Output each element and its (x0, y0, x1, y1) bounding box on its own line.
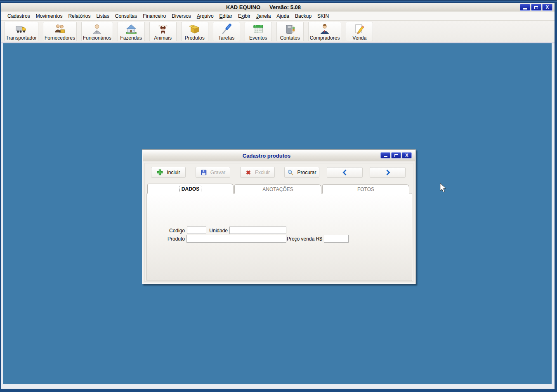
preco-venda-input[interactable] (324, 235, 349, 243)
toolbar-button-venda[interactable]: Venda (346, 22, 373, 41)
dialog-maximize-button[interactable] (391, 152, 401, 158)
farm-house-icon (125, 23, 137, 35)
toolbar-label: Eventos (249, 35, 267, 41)
minimize-icon (523, 8, 527, 9)
procurar-button[interactable]: Procurar (284, 167, 319, 178)
toolbar-label: Fornecedores (45, 35, 75, 41)
close-icon: X (405, 153, 408, 158)
produto-input[interactable] (186, 235, 286, 243)
toolbar-label: Animais (154, 35, 172, 41)
gravar-button[interactable]: Gravar (196, 167, 230, 178)
preco-venda-label: Preço venda R$ (282, 235, 322, 243)
product-box-icon (189, 23, 201, 35)
previous-record-button[interactable] (327, 167, 363, 178)
chevron-right-icon (385, 169, 391, 176)
incluir-button[interactable]: Incluir (151, 167, 186, 178)
excluir-label: Excluir (255, 170, 270, 175)
chevron-left-icon (342, 169, 348, 176)
dialog-close-button[interactable]: X (402, 152, 412, 158)
toolbar-label: Contatos (280, 35, 300, 41)
menu-janela[interactable]: Janela (253, 12, 274, 20)
dialog-title: Cadastro produtos (243, 153, 290, 159)
menu-movimentos[interactable]: Movimentos (33, 12, 66, 20)
close-button[interactable]: X (542, 4, 552, 11)
menubar: Cadastros Movimentos Relatórios Listas C… (1, 12, 555, 21)
toolbar-button-compradores[interactable]: Compradores (308, 22, 342, 41)
toolbar-button-tarefas[interactable]: Tarefas (213, 22, 240, 41)
tab-fotos[interactable]: FOTOS (322, 184, 409, 194)
menu-skin[interactable]: SKIN (314, 12, 332, 20)
codigo-input[interactable] (187, 227, 206, 234)
menu-diversos[interactable]: Diversos (169, 12, 194, 20)
tab-anotacoes-label: ANOTAÇÕES (262, 187, 293, 192)
minimize-button[interactable] (520, 4, 530, 11)
delete-x-icon (245, 169, 252, 176)
toolbar-label: Transportador (6, 35, 37, 41)
toolbar-label: Fazendas (120, 35, 142, 41)
app-titlebar: KAD EQUINO Versão: 5.08 X (1, 3, 555, 12)
toolbar-label: Tarefas (218, 35, 234, 41)
toolbar: Transportador Fornecedores (1, 21, 555, 43)
maximize-button[interactable] (531, 4, 541, 11)
toolbar-button-transportador[interactable]: Transportador (4, 22, 38, 41)
menu-backup[interactable]: Backup (292, 12, 314, 20)
menu-financeiro[interactable]: Financeiro (140, 12, 169, 20)
dialog-minimize-button[interactable] (380, 152, 390, 158)
minimize-icon (384, 156, 387, 157)
calendar-icon (252, 23, 264, 35)
tab-dados[interactable]: DADOS (147, 184, 234, 194)
unidade-label: Unidade (204, 227, 228, 234)
address-book-icon (284, 23, 296, 35)
excluir-button[interactable]: Excluir (240, 167, 275, 178)
produto-label: Produto (151, 235, 185, 243)
toolbar-button-fazendas[interactable]: Fazendas (118, 22, 145, 41)
app-title-group: KAD EQUINO Versão: 5.08 (226, 4, 301, 10)
incluir-label: Incluir (167, 170, 180, 175)
toolbar-label: Produtos (185, 35, 205, 41)
gravar-label: Gravar (210, 170, 226, 175)
employee-person-icon (91, 23, 103, 35)
codigo-label: Codigo (151, 227, 185, 234)
maximize-icon (394, 154, 398, 157)
menu-consultas[interactable]: Consultas (112, 12, 140, 20)
toolbar-button-contatos[interactable]: Contatos (276, 22, 304, 41)
menu-arquivo[interactable]: Arquivo (194, 12, 217, 20)
next-record-button[interactable] (370, 167, 406, 178)
cow-icon (157, 23, 169, 35)
tab-anotacoes[interactable]: ANOTAÇÕES (234, 184, 321, 194)
menu-listas[interactable]: Listas (93, 12, 112, 20)
toolbar-button-animais[interactable]: Animais (149, 22, 177, 41)
procurar-label: Procurar (297, 170, 316, 175)
dialog-window-controls: X (380, 152, 412, 158)
toolbar-label: Funcionários (83, 35, 111, 41)
dialog-cadastro-produtos: Cadastro produtos X Incluir Gravar Exclu… (142, 149, 416, 284)
menu-editar[interactable]: Editar (217, 12, 235, 20)
menu-ajuda[interactable]: Ajuda (274, 12, 292, 20)
tab-fotos-label: FOTOS (357, 187, 374, 192)
toolbar-button-produtos[interactable]: Produtos (181, 22, 208, 41)
app-title: KAD EQUINO (226, 4, 260, 10)
save-floppy-icon (201, 169, 207, 176)
suppliers-people-icon (54, 23, 66, 35)
maximize-icon (534, 6, 538, 9)
buyer-person-icon (319, 23, 331, 35)
menu-exibir[interactable]: Exibir (235, 12, 253, 20)
unidade-input[interactable] (229, 227, 286, 234)
close-icon: X (546, 5, 549, 9)
dialog-titlebar: Cadastro produtos X (143, 150, 415, 161)
toolbar-button-funcionarios[interactable]: Funcionários (81, 22, 113, 41)
toolbar-label: Compradores (310, 35, 340, 41)
window-frame-top (0, 0, 557, 3)
menu-relatorios[interactable]: Relatórios (65, 12, 93, 20)
plus-icon (156, 169, 163, 176)
screwdriver-icon (220, 23, 233, 35)
app-version-label: Versão: 5.08 (269, 4, 301, 10)
toolbar-button-eventos[interactable]: Eventos (245, 22, 272, 41)
mouse-cursor (439, 183, 448, 193)
pencil-icon (353, 23, 366, 35)
menu-cadastros[interactable]: Cadastros (5, 12, 33, 20)
tab-dados-label: DADOS (179, 186, 201, 192)
toolbar-label: Venda (352, 35, 366, 41)
truck-icon (15, 23, 27, 35)
toolbar-button-fornecedores[interactable]: Fornecedores (43, 22, 77, 41)
